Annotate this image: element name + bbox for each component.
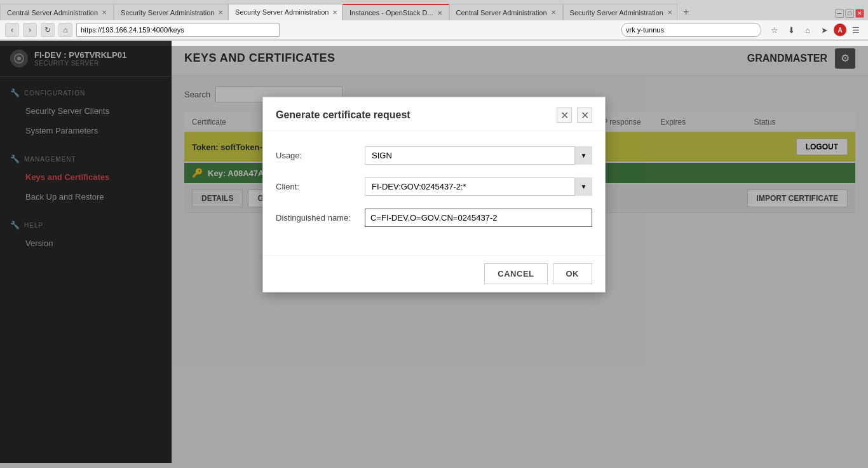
tab-4-close[interactable]: ✕	[437, 10, 442, 17]
tab-2-close[interactable]: ✕	[218, 9, 223, 16]
bookmark-star-icon[interactable]: ☆	[768, 23, 782, 37]
client-select[interactable]: FI-DEV:GOV:0245437-2:*	[365, 177, 592, 196]
tab-3-label: Security Server Administration	[235, 8, 329, 16]
tab-6[interactable]: Security Server Administration ✕	[563, 4, 677, 20]
address-input[interactable]	[76, 23, 280, 37]
usage-row: Usage: SIGN AUTH ▼	[276, 146, 592, 165]
modal-header: Generate certificate request ✕ ✕	[263, 97, 605, 131]
window-controls: ─ □ ✕	[830, 6, 868, 20]
download-icon[interactable]: ⬇	[784, 23, 798, 37]
usage-select[interactable]: SIGN AUTH	[365, 146, 592, 165]
back-button[interactable]: ‹	[5, 23, 19, 37]
tab-1-label: Central Server Administration	[7, 9, 98, 17]
modal-title: Generate certificate request	[276, 109, 410, 121]
client-control: FI-DEV:GOV:0245437-2:* ▼	[365, 177, 592, 196]
minimize-button[interactable]: ─	[835, 9, 844, 18]
tab-5-label: Central Server Administration	[456, 9, 547, 17]
client-row: Client: FI-DEV:GOV:0245437-2:* ▼	[276, 177, 592, 196]
tab-6-label: Security Server Administration	[570, 9, 663, 17]
tab-2-label: Security Server Administration	[121, 9, 214, 17]
close-button[interactable]: ✕	[855, 9, 864, 18]
modal-overlay: Generate certificate request ✕ ✕ Usage: …	[0, 46, 868, 463]
usage-control: SIGN AUTH ▼	[365, 146, 592, 165]
ok-button[interactable]: OK	[553, 263, 593, 284]
tab-1[interactable]: Central Server Administration ✕	[0, 4, 114, 20]
tab-5-close[interactable]: ✕	[551, 9, 556, 16]
tab-6-close[interactable]: ✕	[667, 9, 672, 16]
tab-5[interactable]: Central Server Administration ✕	[449, 4, 563, 20]
addon-icon[interactable]: A	[834, 24, 846, 36]
menu-icon[interactable]: ☰	[849, 23, 863, 37]
dn-input[interactable]	[365, 209, 592, 227]
dn-row: Distinguished name:	[276, 209, 592, 227]
home-nav-icon[interactable]: ⌂	[801, 23, 815, 37]
tab-1-close[interactable]: ✕	[102, 9, 107, 16]
new-tab-button[interactable]: +	[677, 4, 695, 20]
home-button[interactable]: ⌂	[58, 23, 72, 37]
toolbar-icons: ☆ ⬇ ⌂ ➤ A ☰	[768, 23, 863, 37]
address-bar: ‹ › ↻ ⌂ ☆ ⬇ ⌂ ➤ A ☰	[0, 20, 868, 40]
dn-control	[365, 209, 592, 227]
modal-header-icons: ✕ ✕	[557, 107, 592, 123]
reload-button[interactable]: ↻	[41, 23, 55, 37]
browser-search-input[interactable]	[621, 23, 761, 37]
modal-body: Usage: SIGN AUTH ▼ Client:	[263, 131, 605, 255]
forward-button[interactable]: ›	[23, 23, 37, 37]
usage-select-wrap: SIGN AUTH ▼	[365, 146, 592, 165]
usage-label: Usage:	[276, 151, 365, 160]
modal-footer: CANCEL OK	[263, 255, 605, 292]
browser-chrome: Central Server Administration ✕ Security…	[0, 0, 868, 41]
dn-label: Distinguished name:	[276, 213, 365, 223]
tab-3[interactable]: Security Server Administration ✕	[228, 4, 342, 20]
tab-bar: Central Server Administration ✕ Security…	[0, 0, 868, 20]
client-label: Client:	[276, 182, 365, 191]
tab-4-label: Instances - OpenStack D...	[349, 9, 433, 17]
modal-minimize-button[interactable]: ✕	[557, 107, 572, 123]
cancel-button[interactable]: CANCEL	[484, 263, 547, 284]
maximize-button[interactable]: □	[845, 9, 854, 18]
client-select-wrap: FI-DEV:GOV:0245437-2:* ▼	[365, 177, 592, 196]
modal-close-button[interactable]: ✕	[577, 107, 592, 123]
generate-cert-request-modal: Generate certificate request ✕ ✕ Usage: …	[262, 97, 606, 292]
tab-4[interactable]: Instances - OpenStack D... ✕	[342, 4, 449, 20]
tab-2[interactable]: Security Server Administration ✕	[114, 4, 228, 20]
send-icon[interactable]: ➤	[817, 23, 831, 37]
tab-3-close[interactable]: ✕	[332, 9, 337, 16]
